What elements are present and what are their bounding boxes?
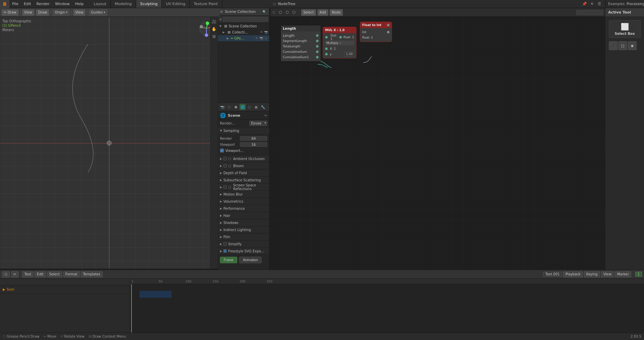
socket-seglength[interactable] bbox=[316, 40, 319, 42]
node-editor[interactable]: ⬡ ⬡ ⬡ ⬡ Select Add Node Length Length bbox=[270, 8, 605, 270]
socket-x-in[interactable] bbox=[325, 47, 328, 50]
vis-extra-icon[interactable]: ⊡ bbox=[264, 37, 268, 40]
tab-uv-editing[interactable]: UV Editing bbox=[162, 0, 190, 8]
dof-header[interactable]: ▶ Depth of Field bbox=[218, 169, 269, 176]
ne-icon1[interactable]: ⬡ bbox=[277, 9, 283, 16]
node-length[interactable]: Length Length SegmentLength TotalLength … bbox=[280, 25, 321, 62]
text-name-field[interactable]: Text.001 bbox=[543, 272, 562, 277]
bloom-header[interactable]: ▶ ⬡ Bloom bbox=[218, 162, 269, 169]
sampling-header[interactable]: ▼ Sampling bbox=[218, 127, 269, 134]
socket-mul-in[interactable] bbox=[325, 36, 328, 39]
simplify-checkbox[interactable] bbox=[223, 242, 227, 246]
outliner-filter-btn[interactable]: 🔍 bbox=[261, 9, 267, 15]
origin-dropdown[interactable]: Origin ▾ bbox=[52, 9, 70, 16]
socket-cumsum1[interactable] bbox=[316, 56, 319, 59]
guides-dropdown[interactable]: Guides ▾ bbox=[89, 9, 107, 16]
outliner-search-input[interactable] bbox=[223, 17, 268, 22]
frame-counter[interactable]: 1 bbox=[635, 272, 642, 277]
bt-text-btn[interactable]: Text bbox=[22, 271, 33, 277]
viewport-tool-camera[interactable]: 🎥 bbox=[211, 19, 217, 25]
motion-blur-header[interactable]: ▶ Motion Blur bbox=[218, 191, 269, 198]
node-multiply[interactable]: MUL X : 1.0 Out: 1 float: 1 Multiply ▾ X… bbox=[323, 27, 356, 59]
freestyle-checkbox[interactable] bbox=[223, 249, 227, 253]
toolbar-mode-btn[interactable]: ✏ Draw bbox=[1, 9, 19, 16]
timeline-ruler[interactable]: 1 50 100 150 200 250 bbox=[130, 279, 644, 333]
render-frame-btn[interactable]: Frame bbox=[220, 257, 237, 263]
ssr-checkbox[interactable] bbox=[223, 185, 227, 189]
toolbar-view-btn[interactable]: View bbox=[22, 9, 35, 16]
toolbar-view2-btn[interactable]: View bbox=[73, 9, 86, 16]
props-icon-modifier[interactable]: 🔧 bbox=[260, 104, 266, 110]
hair-header[interactable]: ▶ Hair bbox=[218, 212, 269, 219]
socket-cumsum[interactable] bbox=[316, 50, 319, 53]
vis-render-icon[interactable]: 📷 bbox=[264, 30, 268, 34]
bt-icon2[interactable]: ✏ bbox=[11, 271, 19, 277]
menu-window[interactable]: Window bbox=[52, 0, 72, 8]
vis-eye-icon[interactable]: 👁 bbox=[259, 30, 263, 34]
nodetree-close-btn[interactable]: ✕ bbox=[589, 1, 595, 7]
socket-y-in[interactable] bbox=[325, 53, 328, 55]
film-header[interactable]: ▶ Film bbox=[218, 233, 269, 240]
view-btn-timeline[interactable]: View bbox=[601, 271, 614, 277]
socket-totlength[interactable] bbox=[316, 45, 319, 48]
sss-header[interactable]: ▶ Subsurface Scattering bbox=[218, 177, 269, 183]
menu-file[interactable]: File bbox=[9, 0, 21, 8]
ao-checkbox[interactable] bbox=[223, 157, 227, 160]
sync-btn[interactable]: Marker bbox=[615, 271, 631, 277]
render-animation-btn[interactable]: Animation bbox=[239, 257, 262, 263]
volumetrics-header[interactable]: ▶ Volumetrics bbox=[218, 198, 269, 205]
bt-select-btn[interactable]: Select bbox=[47, 271, 62, 277]
tool-mode-icon-0[interactable]: ⬛ bbox=[609, 41, 618, 50]
ne-add-btn[interactable]: Add bbox=[317, 9, 328, 16]
socket-mul-out[interactable] bbox=[339, 36, 342, 39]
ao-header[interactable]: ▶ ⬡ Ambient Occlusion bbox=[218, 155, 269, 162]
viewport-denoising-checkbox[interactable]: ✓ bbox=[220, 149, 224, 153]
keying-btn[interactable]: Keying bbox=[584, 271, 600, 277]
socket-fti-x[interactable] bbox=[387, 24, 390, 26]
props-icon-output[interactable]: ⬡ bbox=[226, 104, 232, 110]
freestyle-header[interactable]: ▶ Freestyle SVG Expo... bbox=[218, 248, 269, 254]
tab-texture-paint[interactable]: Texture Paint bbox=[190, 0, 222, 8]
toolbar-draw-btn[interactable]: Draw bbox=[36, 9, 49, 16]
indirect-lighting-header[interactable]: ▶ Indirect Lighting bbox=[218, 226, 269, 233]
bloom-checkbox[interactable] bbox=[223, 164, 227, 167]
vis-eye-icon[interactable]: 👁 bbox=[254, 37, 258, 40]
nodetree-menu-btn[interactable]: ☰ bbox=[596, 1, 602, 7]
tool-mode-icon-1[interactable]: ◻ bbox=[618, 41, 627, 50]
bt-icon1[interactable]: ⬡ bbox=[2, 271, 10, 277]
menu-render[interactable]: Render bbox=[34, 0, 52, 8]
menu-edit[interactable]: Edit bbox=[21, 0, 33, 8]
scene-edit-icon[interactable]: ✏ bbox=[265, 114, 267, 117]
bt-format-btn[interactable]: Format bbox=[63, 271, 80, 277]
performance-header[interactable]: ▶ Performance bbox=[218, 205, 269, 212]
multiply-dropdown[interactable]: Multiply ▾ bbox=[325, 41, 354, 45]
bt-edit-btn[interactable]: Edit bbox=[34, 271, 46, 277]
outliner-item-scene-collection[interactable]: ▼ ⊞ Scene Collection bbox=[218, 23, 269, 29]
shadows-header[interactable]: ▶ Shadows bbox=[218, 219, 269, 226]
outliner-item-gpencil[interactable]: ▶ ✏ GPe... 👁 📷 ⊡ bbox=[218, 35, 269, 41]
props-icon-scene[interactable]: 🌐 bbox=[240, 104, 246, 110]
viewport-tool-hand[interactable]: ✋ bbox=[211, 26, 217, 32]
tab-layout[interactable]: Layout bbox=[90, 0, 110, 8]
tab-modeling[interactable]: Modeling bbox=[111, 0, 136, 8]
vis-render-icon[interactable]: 📷 bbox=[259, 37, 263, 40]
nodetree-pin-btn[interactable]: 📌 bbox=[581, 1, 588, 7]
ne-node-btn[interactable]: Node bbox=[329, 9, 343, 16]
viewport-tool-grid[interactable]: ⊞ bbox=[211, 33, 217, 40]
tool-mode-icon-2[interactable]: ◈ bbox=[628, 41, 637, 50]
socket-int-out[interactable] bbox=[387, 31, 390, 33]
render-samples-input[interactable]: 64 bbox=[240, 136, 267, 141]
ssr-header[interactable]: ▶ ⬡ Screen Space Reflections bbox=[218, 184, 269, 190]
bt-templates-btn[interactable]: Templates bbox=[81, 271, 103, 277]
menu-help[interactable]: Help bbox=[72, 0, 86, 8]
socket-length[interactable] bbox=[316, 34, 319, 37]
tab-sculpting[interactable]: Sculpting bbox=[136, 0, 162, 8]
playback-btn[interactable]: Playback bbox=[563, 271, 583, 277]
viewport[interactable]: Top Orthographic (1) GPencil Meters X Y … bbox=[0, 17, 218, 269]
render-engine-dropdown[interactable]: Eevee ▾ bbox=[249, 121, 267, 126]
props-icon-render[interactable]: 📷 bbox=[219, 104, 225, 110]
ne-select-btn[interactable]: Select bbox=[301, 9, 316, 16]
props-icon-world[interactable]: ○ bbox=[246, 104, 252, 110]
viewport-samples-input[interactable]: 16 bbox=[240, 142, 267, 147]
props-icon-object[interactable]: ▣ bbox=[253, 104, 259, 110]
